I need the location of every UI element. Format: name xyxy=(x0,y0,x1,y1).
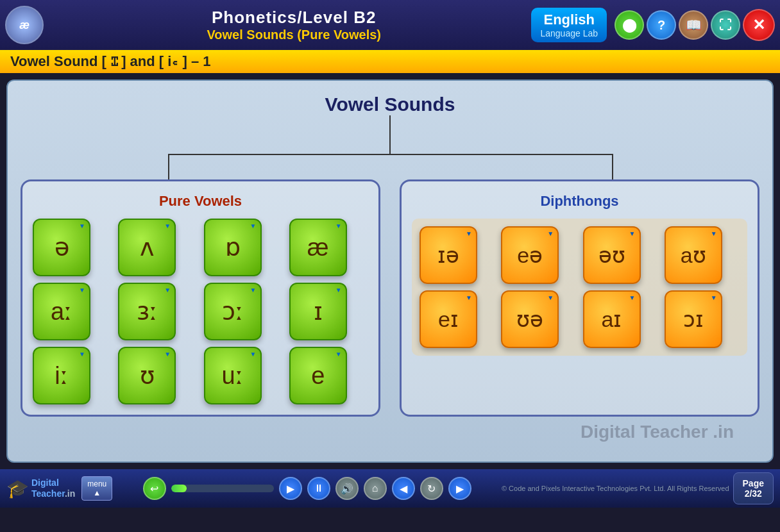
phoneme-small-u[interactable]: ʊ xyxy=(118,347,176,404)
diphthongs-title: Diphthongs xyxy=(412,193,747,210)
phoneme-aw-long[interactable]: ɔː xyxy=(204,283,262,340)
tree-line-horizontal xyxy=(168,154,611,155)
diphthong-ea[interactable]: eə xyxy=(501,226,559,284)
diphthongs-grid: ɪə eə əʊ aʊ eɪ ʊə aɪ ɔɪ xyxy=(420,226,740,348)
footer-logo: 🎓 Digital Teacher.in xyxy=(6,478,75,499)
phoneme-e[interactable]: e xyxy=(289,347,347,404)
help-button[interactable]: ? xyxy=(647,10,676,40)
footer-controls: ↩ ▶ ⏸ 🔊 ⌂ ◀ ↻ ▶ xyxy=(119,477,495,500)
sub-header: Vowel Sound [ Ɪ ] and [ i꜀ ] – 1 xyxy=(0,50,780,73)
menu-label: menu xyxy=(87,479,106,488)
pause-button[interactable]: ⏸ xyxy=(307,477,330,500)
footer-logo-text: Digital Teacher.in xyxy=(31,478,75,499)
main-content: Vowel Sounds Pure Vowels ə ʌ ɒ æ aː ɜː ɔ… xyxy=(6,79,774,463)
menu-button[interactable]: menu ▲ xyxy=(81,476,112,501)
next-button[interactable]: ▶ xyxy=(448,477,471,500)
progress-bar xyxy=(171,485,274,492)
header-main-title: Phonetics/Level B2 xyxy=(212,8,376,28)
phoneme-a-long[interactable]: aː xyxy=(33,283,90,340)
app-logo: æ xyxy=(5,6,44,44)
diphthong-ua[interactable]: ʊə xyxy=(501,290,559,348)
header-right: English Language Lab ⬤ ? 📖 ⛶ ✕ xyxy=(531,8,775,42)
phoneme-oo-long[interactable]: uː xyxy=(204,347,262,404)
footer-digital-text: Digital xyxy=(31,478,59,488)
prev-button[interactable]: ◀ xyxy=(392,477,415,500)
green-button[interactable]: ⬤ xyxy=(615,10,644,40)
book-button[interactable]: 📖 xyxy=(679,10,708,40)
phoneme-schwa[interactable]: ə xyxy=(33,219,90,276)
pure-vowels-box: Pure Vowels ə ʌ ɒ æ aː ɜː ɔː ɪ iː ʊ uː e xyxy=(21,179,380,417)
expand-button[interactable]: ⛶ xyxy=(711,10,740,40)
phoneme-ash[interactable]: æ xyxy=(289,219,347,276)
header-sub-title: Vowel Sounds (Pure Vowels) xyxy=(207,28,381,42)
english-title: English xyxy=(540,12,598,28)
tree-container xyxy=(21,115,759,179)
tree-line-vertical-main xyxy=(389,115,391,154)
footer: 🎓 Digital Teacher.in menu ▲ ↩ ▶ ⏸ 🔊 ⌂ ◀ … xyxy=(0,469,780,508)
home-button[interactable]: ↩ xyxy=(143,477,166,500)
play-button[interactable]: ▶ xyxy=(279,477,302,500)
footer-right: © Code and Pixels Interactive Technologi… xyxy=(502,472,774,504)
footer-hat-icon: 🎓 xyxy=(6,478,29,499)
diphthong-au[interactable]: aʊ xyxy=(665,226,722,284)
lab-subtitle: Language Lab xyxy=(540,28,598,38)
english-lab-box: English Language Lab xyxy=(531,8,607,42)
header: æ Phonetics/Level B2 Vowel Sounds (Pure … xyxy=(0,0,780,50)
home2-button[interactable]: ⌂ xyxy=(364,477,387,500)
diphthongs-box: Diphthongs ɪə eə əʊ aʊ eɪ ʊə aɪ ɔɪ xyxy=(400,179,759,417)
sub-header-text: Vowel Sound [ Ɪ ] and [ i꜀ ] – 1 xyxy=(10,53,211,70)
tree-line-vertical-left xyxy=(168,154,169,179)
menu-arrow-icon: ▲ xyxy=(93,488,101,497)
footer-domain-text: .in xyxy=(65,488,75,499)
refresh-button[interactable]: ↻ xyxy=(420,477,443,500)
phoneme-wedge[interactable]: ʌ xyxy=(118,219,176,276)
logo-area: æ xyxy=(5,6,56,44)
pure-vowels-title: Pure Vowels xyxy=(33,193,368,210)
volume-button[interactable]: 🔊 xyxy=(335,477,359,500)
page-indicator: Page 2/32 xyxy=(733,472,774,504)
header-title-area: Phonetics/Level B2 Vowel Sounds (Pure Vo… xyxy=(56,8,531,42)
page-numbers: 2/32 xyxy=(743,488,764,499)
diagram-title: Vowel Sounds xyxy=(21,94,759,115)
progress-fill xyxy=(171,485,187,492)
phoneme-er-long[interactable]: ɜː xyxy=(118,283,176,340)
copyright-text: © Code and Pixels Interactive Technologi… xyxy=(502,485,729,492)
tree-line-vertical-right xyxy=(612,154,613,179)
footer-teacher-text: Teacher xyxy=(31,488,65,499)
watermark: Digital Teacher .in xyxy=(581,422,734,442)
phoneme-small-i[interactable]: ɪ xyxy=(289,283,347,340)
phoneme-open-o[interactable]: ɒ xyxy=(204,219,262,276)
boxes-row: Pure Vowels ə ʌ ɒ æ aː ɜː ɔː ɪ iː ʊ uː e… xyxy=(21,179,759,417)
diphthong-ou[interactable]: əʊ xyxy=(583,226,641,284)
pure-vowels-grid: ə ʌ ɒ æ aː ɜː ɔː ɪ iː ʊ uː e xyxy=(33,219,368,404)
close-button[interactable]: ✕ xyxy=(743,9,775,41)
diphthong-ia[interactable]: ɪə xyxy=(420,226,477,284)
diphthong-oi[interactable]: ɔɪ xyxy=(665,290,722,348)
page-label: Page xyxy=(743,478,764,488)
diphthong-ei[interactable]: eɪ xyxy=(420,290,477,348)
diphthong-ai[interactable]: aɪ xyxy=(583,290,641,348)
phoneme-ee-long[interactable]: iː xyxy=(33,347,90,404)
